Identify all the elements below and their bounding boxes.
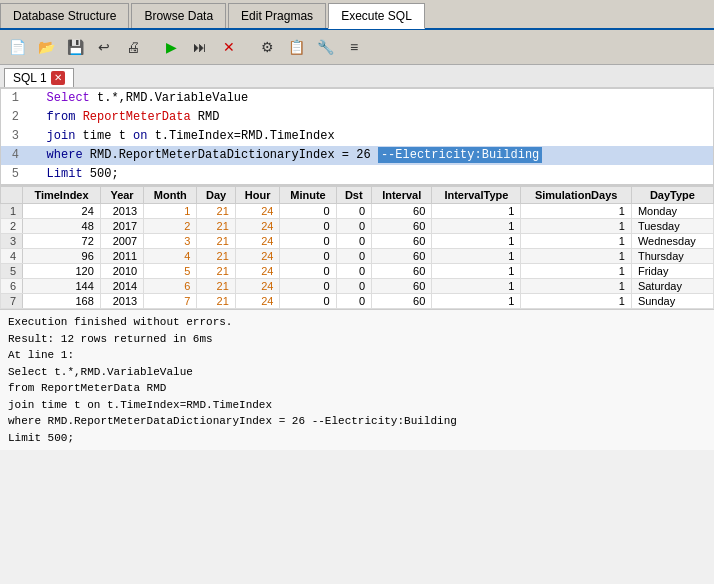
table-cell: 21 xyxy=(197,219,235,234)
table-cell: 21 xyxy=(197,279,235,294)
table-cell: Thursday xyxy=(631,249,713,264)
table-cell: 2014 xyxy=(100,279,143,294)
table-cell: 0 xyxy=(336,279,372,294)
table-row: 248201722124006011Tuesday xyxy=(1,219,714,234)
results-table: TimeIndex Year Month Day Hour Minute Dst… xyxy=(0,186,714,309)
editor-line-5: 5 Limit 500; xyxy=(1,165,713,184)
table-cell: 1 xyxy=(432,204,521,219)
settings-button[interactable]: ⚙ xyxy=(254,34,280,60)
menu-button[interactable]: ≡ xyxy=(341,34,367,60)
table-cell: 0 xyxy=(336,219,372,234)
main-tabs: Database Structure Browse Data Edit Prag… xyxy=(0,0,714,30)
table-cell: 24 xyxy=(235,219,280,234)
save-button[interactable]: 💾 xyxy=(62,34,88,60)
sql-tab-1[interactable]: SQL 1 ✕ xyxy=(4,68,74,87)
table-cell: 2 xyxy=(144,219,197,234)
status-bar: Execution finished without errors.Result… xyxy=(0,309,714,450)
step-button[interactable]: ⏭ xyxy=(187,34,213,60)
tab-execute-sql[interactable]: Execute SQL xyxy=(328,3,425,29)
col-header-rownum xyxy=(1,187,23,204)
sql-tab-close-button[interactable]: ✕ xyxy=(51,71,65,85)
table-cell: 24 xyxy=(235,234,280,249)
table-row: 7168201372124006011Sunday xyxy=(1,294,714,309)
col-header-minute: Minute xyxy=(280,187,336,204)
export-button[interactable]: 📋 xyxy=(283,34,309,60)
table-cell: 21 xyxy=(197,294,235,309)
table-cell: 1 xyxy=(521,219,631,234)
table-cell: 0 xyxy=(280,219,336,234)
table-cell: 60 xyxy=(372,279,432,294)
open-file-button[interactable]: 📂 xyxy=(33,34,59,60)
col-header-intervaltype: IntervalType xyxy=(432,187,521,204)
tab-browse-data[interactable]: Browse Data xyxy=(131,3,226,28)
table-cell: Saturday xyxy=(631,279,713,294)
table-cell: 120 xyxy=(23,264,101,279)
table-cell: 1 xyxy=(521,234,631,249)
col-header-daytype: DayType xyxy=(631,187,713,204)
status-line: where RMD.ReportMeterDataDictionaryIndex… xyxy=(8,413,706,430)
table-cell: 60 xyxy=(372,219,432,234)
run-button[interactable]: ▶ xyxy=(158,34,184,60)
table-cell: 168 xyxy=(23,294,101,309)
table-cell: 0 xyxy=(336,234,372,249)
table-cell: 60 xyxy=(372,204,432,219)
results-table-container: TimeIndex Year Month Day Hour Minute Dst… xyxy=(0,185,714,309)
stop-button[interactable]: ✕ xyxy=(216,34,242,60)
col-header-day: Day xyxy=(197,187,235,204)
table-cell: 60 xyxy=(372,264,432,279)
table-cell: 2013 xyxy=(100,204,143,219)
table-row: 6144201462124006011Saturday xyxy=(1,279,714,294)
table-cell: 60 xyxy=(372,294,432,309)
main-toolbar: 📄 📂 💾 ↩ 🖨 ▶ ⏭ ✕ ⚙ 📋 🔧 ≡ xyxy=(0,30,714,65)
table-cell: 0 xyxy=(336,264,372,279)
table-cell: 21 xyxy=(197,264,235,279)
table-cell: 21 xyxy=(197,249,235,264)
table-cell: 144 xyxy=(23,279,101,294)
table-cell: 1 xyxy=(432,219,521,234)
table-cell: 0 xyxy=(336,294,372,309)
sql-editor[interactable]: 1 Select t.*,RMD.VariableValue 2 from Re… xyxy=(0,88,714,185)
status-line: Execution finished without errors. xyxy=(8,314,706,331)
table-cell: 24 xyxy=(235,264,280,279)
table-cell: 1 xyxy=(432,234,521,249)
table-cell: 21 xyxy=(197,234,235,249)
new-file-button[interactable]: 📄 xyxy=(4,34,30,60)
table-cell: 24 xyxy=(23,204,101,219)
table-cell: 2 xyxy=(1,219,23,234)
table-cell: 0 xyxy=(280,234,336,249)
import-button[interactable]: 🔧 xyxy=(312,34,338,60)
editor-line-2: 2 from ReportMeterData RMD xyxy=(1,108,713,127)
print-button[interactable]: 🖨 xyxy=(120,34,146,60)
table-cell: 3 xyxy=(1,234,23,249)
table-cell: 60 xyxy=(372,249,432,264)
table-cell: 6 xyxy=(1,279,23,294)
col-header-year: Year xyxy=(100,187,143,204)
editor-line-4: 4 where RMD.ReportMeterDataDictionaryInd… xyxy=(1,146,713,165)
table-cell: 0 xyxy=(280,279,336,294)
tab-database-structure[interactable]: Database Structure xyxy=(0,3,129,28)
table-row: 124201312124006011Monday xyxy=(1,204,714,219)
table-cell: 7 xyxy=(1,294,23,309)
col-header-interval: Interval xyxy=(372,187,432,204)
table-cell: Tuesday xyxy=(631,219,713,234)
table-cell: Sunday xyxy=(631,294,713,309)
col-header-dst: Dst xyxy=(336,187,372,204)
table-row: 496201142124006011Thursday xyxy=(1,249,714,264)
revert-button[interactable]: ↩ xyxy=(91,34,117,60)
table-cell: 0 xyxy=(280,249,336,264)
tab-edit-pragmas[interactable]: Edit Pragmas xyxy=(228,3,326,28)
status-line: At line 1: xyxy=(8,347,706,364)
table-cell: 1 xyxy=(144,204,197,219)
col-header-simulationdays: SimulationDays xyxy=(521,187,631,204)
table-cell: 4 xyxy=(1,249,23,264)
col-header-hour: Hour xyxy=(235,187,280,204)
table-cell: 1 xyxy=(521,249,631,264)
table-cell: 2017 xyxy=(100,219,143,234)
table-cell: 1 xyxy=(432,249,521,264)
status-line: from ReportMeterData RMD xyxy=(8,380,706,397)
status-line: join time t on t.TimeIndex=RMD.TimeIndex xyxy=(8,397,706,414)
table-cell: 24 xyxy=(235,204,280,219)
table-cell: 1 xyxy=(432,264,521,279)
table-cell: 72 xyxy=(23,234,101,249)
table-cell: 2011 xyxy=(100,249,143,264)
